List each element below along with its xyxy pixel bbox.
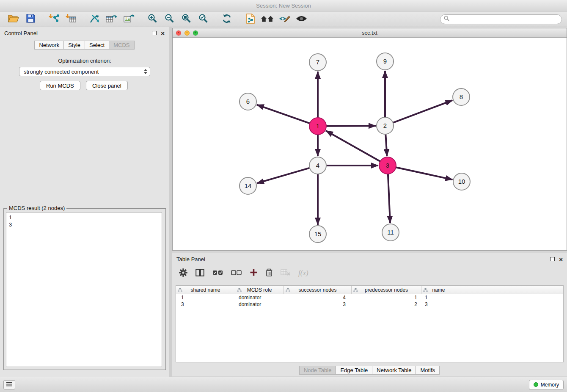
- node-6[interactable]: 6: [239, 93, 256, 110]
- node-2[interactable]: 2: [377, 117, 394, 134]
- import-network-button[interactable]: [46, 12, 63, 26]
- tab-select[interactable]: Select: [85, 41, 109, 50]
- show-hide-graphics-button[interactable]: [293, 12, 310, 26]
- table-cell[interactable]: dominator: [235, 301, 284, 307]
- table-cell[interactable]: 3: [421, 301, 456, 307]
- table-cell[interactable]: 1: [421, 295, 456, 301]
- node-14[interactable]: 14: [239, 177, 256, 194]
- node-4[interactable]: 4: [309, 157, 326, 174]
- close-panel-icon[interactable]: ×: [161, 30, 165, 36]
- table-delete-icon: [281, 269, 290, 277]
- float-panel-icon[interactable]: [152, 31, 157, 35]
- edge-3-11[interactable]: [388, 174, 390, 223]
- node-9[interactable]: 9: [377, 53, 394, 70]
- column-sort-icon: [423, 287, 428, 293]
- deselect-all-button[interactable]: [230, 267, 242, 279]
- status-list-button[interactable]: [3, 380, 15, 389]
- table-body: 1dominator4113dominator323: [176, 294, 563, 308]
- table-panel: Table Panel ×: [172, 253, 567, 376]
- eye-icon: [296, 15, 307, 23]
- zoom-out-button[interactable]: [161, 12, 178, 26]
- network-from-table-button[interactable]: [103, 12, 120, 26]
- run-mcds-button[interactable]: Run MCDS: [40, 81, 80, 90]
- edge-2-3[interactable]: [385, 134, 387, 156]
- column-header-predecessor-nodes[interactable]: predecessor nodes: [352, 286, 421, 294]
- refresh-view-button[interactable]: [218, 12, 235, 26]
- close-table-panel-icon[interactable]: ×: [559, 256, 563, 262]
- first-neighbors-button[interactable]: [259, 12, 276, 26]
- zoom-in-icon: [148, 14, 157, 25]
- export-image-icon: [123, 14, 135, 25]
- zoom-fit-button[interactable]: [178, 12, 195, 26]
- open-session-button[interactable]: [5, 12, 22, 26]
- table-cell[interactable]: 1: [352, 295, 421, 301]
- table-cell[interactable]: 4: [284, 295, 352, 301]
- edge-2-8[interactable]: [393, 100, 453, 123]
- delete-column-button[interactable]: [265, 267, 273, 279]
- node-1[interactable]: 1: [309, 118, 326, 135]
- table-cell[interactable]: 1: [176, 295, 235, 301]
- edge-3-10[interactable]: [396, 167, 453, 179]
- optimization-criterion-select[interactable]: strongly connected component: [19, 67, 150, 76]
- show-columns-button[interactable]: [195, 267, 205, 279]
- zoom-selected-button[interactable]: [195, 12, 212, 26]
- float-table-panel-icon[interactable]: [550, 257, 555, 261]
- clone-network-button[interactable]: [242, 12, 259, 26]
- edge-3-1[interactable]: [326, 131, 380, 161]
- table-cell[interactable]: 2: [352, 301, 421, 307]
- edge-1-2[interactable]: [326, 126, 376, 126]
- svg-text:11: 11: [387, 229, 394, 236]
- tab-motifs[interactable]: Motifs: [416, 366, 440, 375]
- node-8[interactable]: 8: [453, 88, 470, 105]
- apply-style-button[interactable]: [276, 12, 293, 26]
- tab-edge-table[interactable]: Edge Table: [336, 366, 372, 375]
- edge-4-14[interactable]: [257, 168, 310, 183]
- search-box[interactable]: [440, 14, 562, 24]
- new-network-button[interactable]: [86, 12, 103, 26]
- tab-network-table[interactable]: Network Table: [372, 366, 416, 375]
- control-panel: Control Panel × NetworkStyleSelectMCDS O…: [0, 27, 169, 377]
- table-row[interactable]: 1dominator411: [176, 294, 563, 301]
- svg-text:4: 4: [316, 162, 319, 169]
- table-cell[interactable]: 3: [176, 301, 235, 307]
- save-session-button[interactable]: [22, 12, 39, 26]
- network-canvas[interactable]: 7968124314101511: [173, 38, 567, 251]
- column-header-successor-nodes[interactable]: successor nodes: [284, 286, 352, 294]
- column-sort-icon: [353, 287, 358, 293]
- column-header-MCDS-role[interactable]: MCDS role: [235, 286, 284, 294]
- tab-node-table[interactable]: Node Table: [299, 366, 336, 375]
- table-cell[interactable]: 3: [284, 301, 352, 307]
- svg-text:8: 8: [460, 93, 463, 100]
- node-3[interactable]: 3: [379, 157, 396, 174]
- column-header-shared-name[interactable]: shared name: [176, 286, 235, 294]
- column-sort-icon: [237, 287, 242, 293]
- column-sort-icon: [178, 287, 182, 293]
- close-panel-button[interactable]: Close panel: [86, 81, 128, 90]
- select-all-button[interactable]: [212, 267, 224, 279]
- zoom-in-button[interactable]: [144, 12, 161, 26]
- node-11[interactable]: 11: [382, 224, 399, 241]
- table-row[interactable]: 3dominator323: [176, 301, 563, 308]
- mcds-result-text[interactable]: 1 3: [6, 212, 162, 367]
- window-title: Session: New Session: [256, 3, 311, 9]
- search-input[interactable]: [451, 16, 558, 22]
- table-settings-button[interactable]: [178, 267, 188, 279]
- node-10[interactable]: 10: [453, 173, 470, 190]
- tab-mcds[interactable]: MCDS: [109, 41, 134, 50]
- save-disk-icon: [26, 14, 35, 24]
- memory-status-button[interactable]: Memory: [529, 380, 564, 390]
- panel-splitter[interactable]: [169, 27, 172, 377]
- node-7[interactable]: 7: [309, 54, 326, 71]
- column-header-name[interactable]: name: [421, 286, 456, 294]
- network-view-window: × – + scc.txt 7968124314101511: [172, 28, 567, 251]
- tab-style[interactable]: Style: [63, 41, 85, 50]
- edge-1-6[interactable]: [257, 105, 310, 123]
- node-15[interactable]: 15: [309, 226, 326, 243]
- fx-icon: f(x): [298, 269, 308, 277]
- import-table-button[interactable]: [63, 12, 80, 26]
- create-column-button[interactable]: [249, 267, 259, 279]
- export-image-button[interactable]: [120, 12, 137, 26]
- tab-network[interactable]: Network: [34, 41, 64, 50]
- table-cell[interactable]: dominator: [235, 295, 284, 301]
- edges-layer: [257, 71, 453, 225]
